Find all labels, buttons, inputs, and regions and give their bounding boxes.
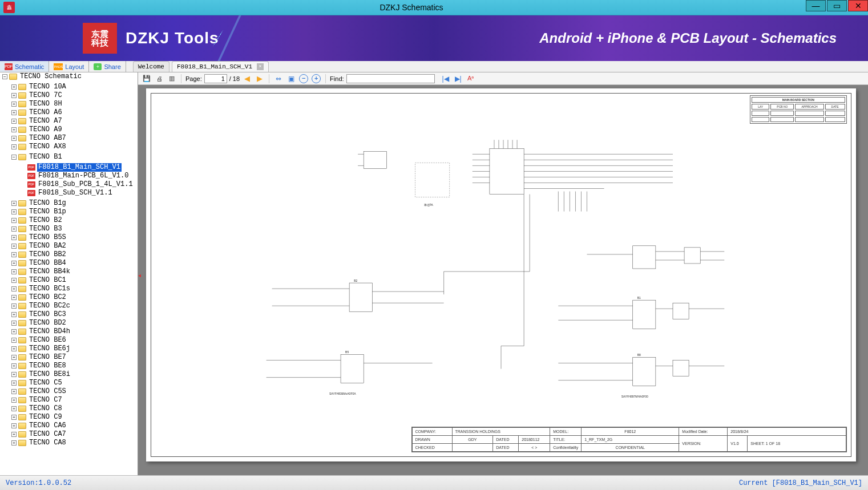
- tree-item[interactable]: +TECNO BA2: [11, 242, 138, 250]
- expand-icon[interactable]: +: [11, 119, 17, 124]
- tab-schematic[interactable]: PDFSchematic: [0, 61, 49, 72]
- print-button[interactable]: 🖨: [154, 74, 164, 84]
- zoom-out-button[interactable]: −: [298, 74, 309, 84]
- tree-item[interactable]: +TECNO 7C: [11, 91, 138, 100]
- tree-item[interactable]: +TECNO BB4: [11, 259, 138, 268]
- expand-icon[interactable]: +: [11, 380, 17, 386]
- tree-item[interactable]: +TECNO AB7: [11, 134, 138, 143]
- expand-icon[interactable]: +: [11, 235, 17, 240]
- expand-icon[interactable]: +: [11, 432, 17, 437]
- tree-item-b1[interactable]: − TECNO B1 PDFF8018_B1_Main_SCH_V1PDFF80…: [11, 153, 138, 197]
- tab-document[interactable]: F8018_B1_Main_SCH_V1×: [172, 61, 269, 72]
- expand-icon[interactable]: +: [11, 440, 17, 446]
- tab-share[interactable]: +Share: [89, 61, 126, 72]
- next-page-button[interactable]: ▶: [255, 74, 265, 84]
- expand-icon[interactable]: +: [11, 226, 17, 232]
- expand-icon[interactable]: +: [11, 295, 17, 300]
- tree-item[interactable]: +TECNO CA6: [11, 422, 138, 430]
- expand-icon[interactable]: +: [11, 312, 17, 317]
- tree-item[interactable]: +TECNO BC2: [11, 293, 138, 302]
- expand-icon[interactable]: +: [11, 252, 17, 257]
- splitter-handle[interactable]: [138, 266, 141, 284]
- expand-icon[interactable]: +: [11, 389, 17, 394]
- expand-icon[interactable]: +: [11, 136, 17, 141]
- tree-item[interactable]: +TECNO A9: [11, 125, 138, 134]
- tree-item[interactable]: +TECNO BD2: [11, 319, 138, 327]
- page-input[interactable]: [204, 74, 227, 83]
- tree-item[interactable]: +TECNO BE7: [11, 353, 138, 362]
- tree-item[interactable]: +TECNO BB2: [11, 250, 138, 259]
- expand-icon[interactable]: +: [11, 398, 17, 403]
- fit-width-button[interactable]: ⇔: [273, 74, 284, 84]
- find-prev-button[interactable]: |◀: [441, 74, 451, 84]
- tree-item[interactable]: +TECNO BC2c: [11, 302, 138, 310]
- tree-item[interactable]: +TECNO B1g: [11, 199, 138, 208]
- tree-item[interactable]: +TECNO BE8: [11, 362, 138, 370]
- tree-item[interactable]: +TECNO C5: [11, 379, 138, 387]
- save-button[interactable]: 💾: [142, 74, 152, 84]
- expand-icon[interactable]: +: [11, 355, 17, 360]
- tree-item[interactable]: +TECNO AX8: [11, 143, 138, 151]
- expand-icon[interactable]: +: [11, 244, 17, 249]
- doc-viewport[interactable]: MAIN BOARD SECTION LAY PCB NO APPROACH D…: [138, 85, 868, 475]
- expand-icon[interactable]: +: [11, 415, 17, 420]
- tree-item[interactable]: +TECNO BC3: [11, 310, 138, 319]
- tree-item[interactable]: +TECNO BC1: [11, 276, 138, 285]
- expand-icon[interactable]: +: [11, 102, 17, 107]
- find-options-button[interactable]: Aᵃ: [466, 74, 476, 84]
- tree-file[interactable]: PDFF8018_Sub_SCH_V1.1: [21, 189, 138, 197]
- expand-icon[interactable]: +: [11, 338, 17, 343]
- tree-item[interactable]: +TECNO CA8: [11, 439, 138, 447]
- tree-item[interactable]: +TECNO CA7: [11, 430, 138, 439]
- tree-item[interactable]: +TECNO C9: [11, 413, 138, 422]
- expand-icon[interactable]: +: [11, 363, 17, 368]
- expand-icon[interactable]: +: [11, 406, 17, 411]
- tree-item[interactable]: +TECNO 10A: [11, 83, 138, 91]
- tree-file[interactable]: PDFF8018_B1_Main_SCH_V1: [21, 163, 138, 172]
- expand-icon[interactable]: +: [11, 209, 17, 214]
- tree-item[interactable]: +TECNO C8: [11, 404, 138, 413]
- tree-item[interactable]: +TECNO A6: [11, 108, 138, 117]
- expand-icon[interactable]: +: [11, 218, 17, 223]
- pages-button[interactable]: ▥: [167, 74, 177, 84]
- expand-icon[interactable]: +: [11, 269, 17, 274]
- minimize-button[interactable]: —: [806, 0, 826, 11]
- maximize-button[interactable]: ▭: [827, 0, 847, 11]
- tree-item[interactable]: +TECNO BB4k: [11, 268, 138, 276]
- expand-icon[interactable]: +: [11, 372, 17, 377]
- tree-item[interactable]: +TECNO B3: [11, 225, 138, 233]
- tree-root-item[interactable]: − TECNO Schematic +TECNO 10A+TECNO 7C+TE…: [2, 72, 138, 447]
- tree-item[interactable]: +TECNO BE6j: [11, 345, 138, 353]
- expand-icon[interactable]: +: [11, 303, 17, 309]
- expand-icon[interactable]: +: [11, 346, 17, 351]
- tree-item[interactable]: +TECNO A7: [11, 117, 138, 125]
- tree-item[interactable]: +TECNO BE8i: [11, 370, 138, 379]
- expand-icon[interactable]: +: [11, 110, 17, 115]
- expand-icon[interactable]: +: [11, 201, 17, 206]
- zoom-in-button[interactable]: +: [311, 74, 321, 84]
- tree-item[interactable]: +TECNO C5S: [11, 387, 138, 396]
- close-tab-icon[interactable]: ×: [257, 63, 264, 70]
- find-next-button[interactable]: ▶|: [453, 74, 463, 84]
- close-button[interactable]: ✕: [848, 0, 868, 11]
- tree-item[interactable]: +TECNO 8H: [11, 100, 138, 108]
- tree-file[interactable]: PDFF8018_Main-PCB_6L_V1.0: [21, 172, 138, 180]
- prev-page-button[interactable]: ◀: [242, 74, 252, 84]
- tree-item[interactable]: +TECNO BC1s: [11, 285, 138, 293]
- expand-icon[interactable]: +: [11, 127, 17, 132]
- expand-icon[interactable]: +: [11, 423, 17, 428]
- find-input[interactable]: [346, 74, 435, 83]
- expand-icon[interactable]: +: [11, 286, 17, 291]
- collapse-icon[interactable]: −: [11, 155, 17, 160]
- expand-icon[interactable]: +: [11, 278, 17, 283]
- tree-item[interactable]: +TECNO B5S: [11, 233, 138, 242]
- expand-icon[interactable]: +: [11, 144, 17, 149]
- expand-icon[interactable]: +: [11, 321, 17, 326]
- tab-welcome[interactable]: Welcome: [133, 61, 169, 72]
- tree-item[interactable]: +TECNO B1p: [11, 208, 138, 216]
- collapse-icon[interactable]: −: [2, 74, 7, 79]
- tree-item[interactable]: +TECNO C7: [11, 396, 138, 404]
- tree-item[interactable]: +TECNO B2: [11, 216, 138, 225]
- tab-layout[interactable]: PADSLayout: [49, 61, 89, 72]
- tree-file[interactable]: PDFF8018_Sub_PCB_1_4L_V1.1: [21, 180, 138, 189]
